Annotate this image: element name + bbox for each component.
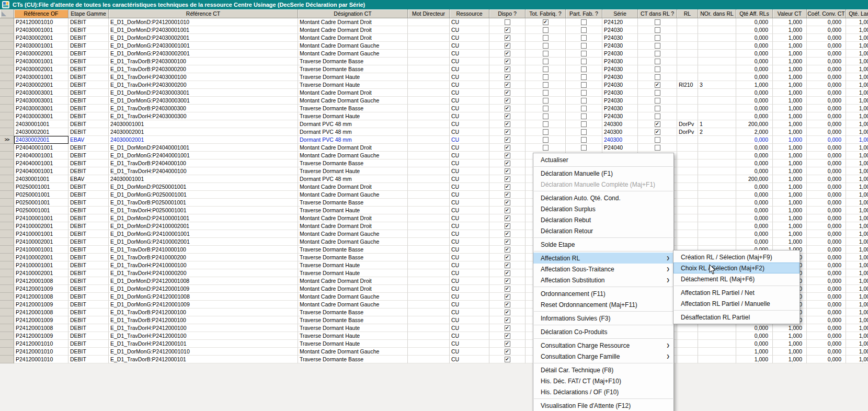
cell-dispo[interactable]: ✔ [489, 316, 526, 324]
cell-dispo[interactable]: ✔ [489, 65, 526, 73]
cell-ressource[interactable]: CU [450, 26, 489, 34]
cell-qte_l[interactable]: 1,000 [846, 89, 868, 97]
cell-qte_aff[interactable]: 1,000 [736, 348, 773, 356]
cell-designation[interactable]: Montant Cadre Dormant Gauche [298, 230, 408, 238]
row-selector[interactable] [0, 277, 14, 285]
cell-etape[interactable]: EBAV [68, 175, 109, 183]
cell-nor[interactable] [698, 167, 736, 175]
cell-ref_ct[interactable]: E_D1_TravDorB:P2412000101 [109, 356, 298, 363]
menu-item[interactable]: Déclaration Retour [533, 225, 673, 236]
cell-qte_l[interactable]: 1,000 [846, 105, 868, 112]
cell-dispo[interactable]: ✔ [489, 324, 526, 332]
cell-qte_aff[interactable]: 0,000 [736, 222, 773, 230]
cell-ref_ct[interactable]: E_D1_DorMonG:P24100002001 [109, 238, 298, 246]
menu-item[interactable]: Détail Car. Technique (F8) [533, 364, 673, 375]
table-row[interactable]: P24030001001DEBITE_D1_DorMonG:P240300010… [0, 42, 868, 50]
cell-mot[interactable] [408, 309, 450, 316]
cell-etape[interactable]: DEBIT [68, 261, 109, 269]
table-row[interactable]: P24040001001DEBITE_D1_DorMonD:P240400010… [0, 144, 868, 152]
row-selector[interactable] [0, 73, 14, 81]
cell-ref_of[interactable]: P24030002001 [14, 50, 68, 58]
cell-nor[interactable] [698, 152, 736, 159]
cell-qte_l[interactable]: 1,000 [846, 65, 868, 73]
cell-tot_fab[interactable] [526, 136, 566, 144]
cell-mot[interactable] [408, 144, 450, 152]
cell-mot[interactable] [408, 356, 450, 363]
part_fab-checkbox[interactable] [581, 82, 587, 88]
cell-dispo[interactable]: ✔ [489, 230, 526, 238]
menu-item[interactable]: Déclaration Manuelle Complète (Maj+F1) [533, 179, 673, 190]
menu-item[interactable]: His. Déclarations / OF (F10) [533, 386, 673, 397]
cell-mot[interactable] [408, 81, 450, 89]
cell-etape[interactable]: DEBIT [68, 324, 109, 332]
dispo-checkbox[interactable]: ✔ [505, 192, 510, 198]
menu-item[interactable]: Consultation Charge Famille❯ [533, 351, 673, 362]
column-header-valeur[interactable]: Valeur CT [773, 9, 807, 18]
cell-qte_l[interactable]: 1,000 [846, 152, 868, 159]
cell-coef[interactable]: 0,000 [807, 34, 846, 42]
tot_fab-checkbox[interactable] [543, 121, 549, 127]
cell-nor[interactable]: 3 [698, 81, 736, 89]
cell-mot[interactable] [408, 285, 450, 293]
cell-qte_aff[interactable]: 0,000 [736, 152, 773, 159]
cell-coef[interactable]: 0,000 [807, 65, 846, 73]
cell-mot[interactable] [408, 128, 450, 136]
cell-ref_of[interactable]: P24120001009 [14, 285, 68, 293]
cell-designation[interactable]: Montant Cadre Dormant Droit [298, 144, 408, 152]
dispo-checkbox[interactable]: ✔ [505, 137, 510, 143]
cell-etape[interactable]: DEBIT [68, 128, 109, 136]
cell-etape[interactable]: DEBIT [68, 105, 109, 112]
cell-coef[interactable]: 0,000 [807, 356, 846, 363]
cell-nor[interactable] [698, 340, 736, 348]
cell-rl[interactable] [677, 58, 698, 65]
cell-ct_rl[interactable] [638, 50, 677, 58]
cell-part_fab[interactable] [566, 34, 602, 42]
cell-valeur[interactable]: 1,000 [773, 42, 807, 50]
cell-ref_of[interactable]: P24120001010 [14, 356, 68, 363]
row-selector[interactable] [0, 309, 14, 316]
part_fab-checkbox[interactable] [581, 129, 587, 135]
cell-nor[interactable] [698, 348, 736, 356]
cell-rl[interactable] [677, 175, 698, 183]
part_fab-checkbox[interactable] [581, 98, 587, 104]
cell-ressource[interactable]: CU [450, 128, 489, 136]
cell-qte_aff[interactable]: 0,000 [736, 42, 773, 50]
cell-dispo[interactable]: ✔ [489, 81, 526, 89]
cell-ressource[interactable]: CU [450, 167, 489, 175]
cell-ct_rl[interactable] [638, 34, 677, 42]
menu-item[interactable]: Informations Suivies (F3) [533, 313, 673, 324]
cell-rl[interactable] [677, 34, 698, 42]
cell-dispo[interactable]: ✔ [489, 199, 526, 207]
menu-item[interactable]: Détachement RL (Maj+F6) [673, 273, 800, 284]
column-header-rl[interactable]: RL [677, 9, 698, 18]
cell-mot[interactable] [408, 112, 450, 120]
column-header-etape[interactable]: Etape Gamme [68, 9, 109, 18]
dispo-checkbox[interactable]: ✔ [505, 255, 510, 260]
cell-designation[interactable]: Dormant PVC 48 mm [298, 120, 408, 128]
cell-ref_of[interactable]: P24100002001 [14, 254, 68, 261]
cell-designation[interactable]: Montant Cadre Dormant Droit [298, 214, 408, 222]
cell-nor[interactable] [698, 136, 736, 144]
cell-nor[interactable] [698, 105, 736, 112]
cell-qte_l[interactable]: 1,000 [846, 58, 868, 65]
cell-tot_fab[interactable] [526, 128, 566, 136]
cell-ref_ct[interactable]: E_D1_TravDorB:P2412000100 [109, 309, 298, 316]
cell-ref_ct[interactable]: 24030002001 [109, 136, 298, 144]
cell-ref_of[interactable]: P24030002001 [14, 34, 68, 42]
cell-qte_l[interactable]: 1,000 [846, 136, 868, 144]
cell-ressource[interactable]: CU [450, 136, 489, 144]
cell-valeur[interactable]: 1,000 [773, 81, 807, 89]
ct_rl-checkbox[interactable] [655, 66, 660, 72]
cell-part_fab[interactable] [566, 136, 602, 144]
menu-item[interactable]: Déclaration Manuelle (F1) [533, 168, 673, 179]
cell-dispo[interactable]: ✔ [489, 120, 526, 128]
cell-qte_aff[interactable]: 0,000 [736, 230, 773, 238]
cell-qte_aff[interactable]: 1,000 [736, 81, 773, 89]
row-selector[interactable] [0, 97, 14, 105]
cell-qte_aff[interactable]: 0,000 [736, 332, 773, 340]
cell-ref_of[interactable]: 24030001001 [14, 120, 68, 128]
dispo-checkbox[interactable]: ✔ [505, 223, 510, 229]
row-selector[interactable] [0, 128, 14, 136]
cell-etape[interactable]: DEBIT [68, 222, 109, 230]
cell-qte_l[interactable]: 1,000 [846, 261, 868, 269]
